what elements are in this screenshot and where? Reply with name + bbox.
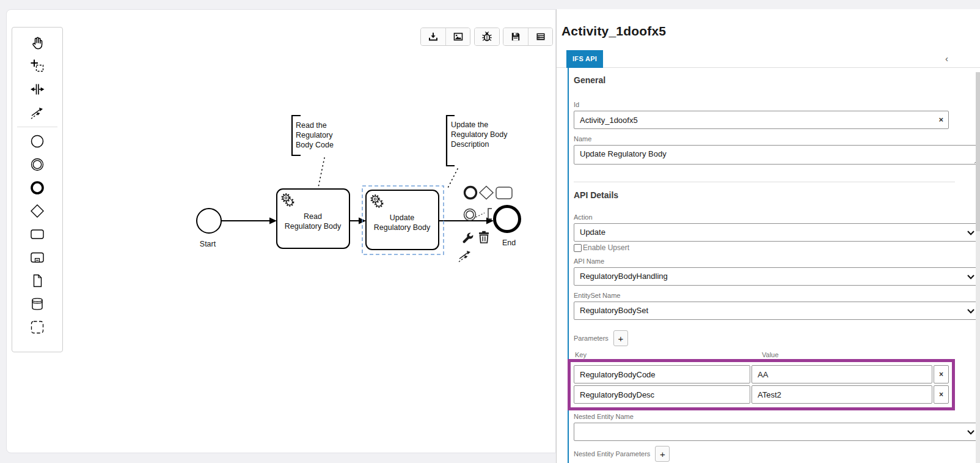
section-divider (574, 182, 955, 182)
param-key-input[interactable] (574, 365, 750, 383)
sequence-flow-update-to-end[interactable] (439, 218, 494, 224)
add-nested-parameter-button[interactable]: + (655, 446, 670, 462)
create-task[interactable] (23, 223, 51, 246)
nested-entity-label: Nested Entity Name (574, 413, 949, 420)
svg-text:Start: Start (200, 240, 216, 248)
param-key-input[interactable] (574, 385, 750, 404)
text-annotation-read[interactable]: Read the Regulatory Body Code (292, 116, 334, 155)
enable-upsert-label: Enable Upsert (583, 243, 629, 252)
add-parameter-button[interactable]: + (613, 330, 628, 346)
create-end-event[interactable] (23, 176, 51, 199)
svg-text:Description: Description (451, 140, 489, 149)
id-label: Id (574, 101, 949, 108)
change-type-wrench-icon[interactable] (463, 233, 474, 243)
create-data-object[interactable] (23, 269, 51, 292)
end-event[interactable]: End (495, 207, 520, 248)
param-value-input[interactable] (751, 365, 932, 383)
connect-tool-icon[interactable] (459, 251, 470, 262)
debug-bug-button[interactable] (475, 28, 499, 45)
action-label: Action (574, 213, 949, 221)
nested-parameters-label: Nested Entity Parameters (574, 450, 650, 457)
association-annotation1[interactable] (318, 158, 324, 187)
entityset-label: EntitySet Name (574, 292, 949, 299)
create-intermediate-event[interactable] (23, 153, 51, 176)
create-gateway[interactable] (23, 199, 51, 223)
create-group[interactable] (23, 316, 51, 339)
list-icon (535, 31, 546, 42)
enable-upsert-row: Enable Upsert (574, 243, 949, 252)
association-annotation2[interactable] (447, 169, 458, 189)
nested-entity-select[interactable] (574, 423, 980, 441)
chevron-down-icon (967, 231, 975, 235)
clear-id-icon[interactable]: × (938, 115, 943, 125)
diagram-canvas[interactable]: Start Read Regulatory Body (6, 9, 556, 453)
kv-header-row: Key Value (574, 351, 949, 359)
append-task-icon[interactable] (496, 187, 512, 199)
param-value-input[interactable] (751, 385, 932, 404)
name-label: Name (574, 135, 949, 143)
text-annotation-update[interactable]: Update the Regulatory Body Description (447, 116, 508, 166)
properties-panel: Activity_1doofx5 IFS API ‹ General Id × … (556, 9, 980, 463)
task-update-regulatory-body[interactable]: Update Regulatory Body (366, 190, 439, 250)
append-gateway-icon[interactable] (480, 187, 493, 199)
export-image-button[interactable] (445, 28, 470, 45)
page-title: Activity_1doofx5 (561, 24, 980, 39)
svg-text:Regulatory Body: Regulatory Body (451, 130, 508, 139)
parameters-table: × × (574, 365, 949, 404)
delete-trash-icon[interactable] (479, 231, 489, 243)
lasso-icon (29, 58, 45, 74)
panel-scrollbar[interactable] (976, 72, 980, 463)
enable-upsert-checkbox[interactable] (574, 244, 582, 252)
end-event-icon (29, 180, 45, 196)
create-start-event[interactable] (23, 130, 51, 153)
group-icon (29, 319, 45, 335)
image-icon (453, 31, 464, 42)
tab-ifs-api[interactable]: IFS API (566, 50, 603, 68)
sequence-flow-read-to-update[interactable] (349, 218, 366, 224)
hand-tool[interactable] (23, 31, 51, 54)
space-tool[interactable] (23, 78, 51, 101)
key-column-header: Key (575, 351, 587, 358)
append-intermediate-event-icon[interactable] (464, 209, 476, 221)
name-textarea[interactable]: Update Regulatory Body (574, 145, 980, 165)
task-read-regulatory-body[interactable]: Read Regulatory Body (277, 189, 349, 248)
save-button[interactable] (503, 28, 528, 45)
create-data-store[interactable] (23, 292, 51, 316)
svg-text:Body Code: Body Code (296, 141, 334, 149)
action-select[interactable]: Update (574, 223, 980, 242)
sequence-flow-start-to-read[interactable] (221, 218, 277, 224)
palette (12, 27, 63, 352)
hand-icon (29, 35, 45, 51)
bpmn-diagram: Start Read Regulatory Body (7, 10, 557, 454)
id-input[interactable] (574, 111, 949, 129)
global-connect-tool[interactable] (23, 101, 51, 124)
download-button[interactable] (421, 28, 445, 45)
table-row: × (574, 385, 949, 404)
subprocess-icon (29, 250, 45, 265)
parameters-row: Parameters + (574, 330, 980, 346)
svg-text:Regulatory Body: Regulatory Body (285, 222, 342, 231)
toolbar-group-debug (474, 28, 500, 46)
append-end-event-icon[interactable] (465, 187, 477, 199)
create-subprocess[interactable] (23, 246, 51, 269)
space-tool-icon (29, 81, 45, 97)
gateway-icon (29, 203, 45, 219)
remove-parameter-button[interactable]: × (934, 365, 949, 383)
append-text-annotation-icon[interactable] (476, 209, 492, 219)
general-heading: General (574, 75, 980, 85)
action-selected-value: Update (580, 228, 605, 237)
entityset-select[interactable]: RegulatoryBodySet (574, 302, 980, 320)
deployment-list-button[interactable] (528, 28, 552, 45)
parameters-label: Parameters (574, 335, 609, 342)
lasso-tool[interactable] (23, 54, 51, 78)
svg-text:Regulatory: Regulatory (296, 131, 333, 139)
collapse-panel-chevron[interactable]: ‹ (945, 53, 948, 64)
toolbar-group-export (420, 28, 470, 46)
scrollbar-thumb[interactable] (976, 72, 980, 231)
svg-text:Update: Update (390, 213, 414, 222)
remove-parameter-button[interactable]: × (934, 385, 949, 404)
chevron-down-icon (967, 430, 975, 435)
start-event[interactable]: Start (197, 209, 221, 248)
api-name-selected-value: RegulatoryBodyHandling (580, 272, 668, 281)
api-name-select[interactable]: RegulatoryBodyHandling (574, 267, 980, 286)
